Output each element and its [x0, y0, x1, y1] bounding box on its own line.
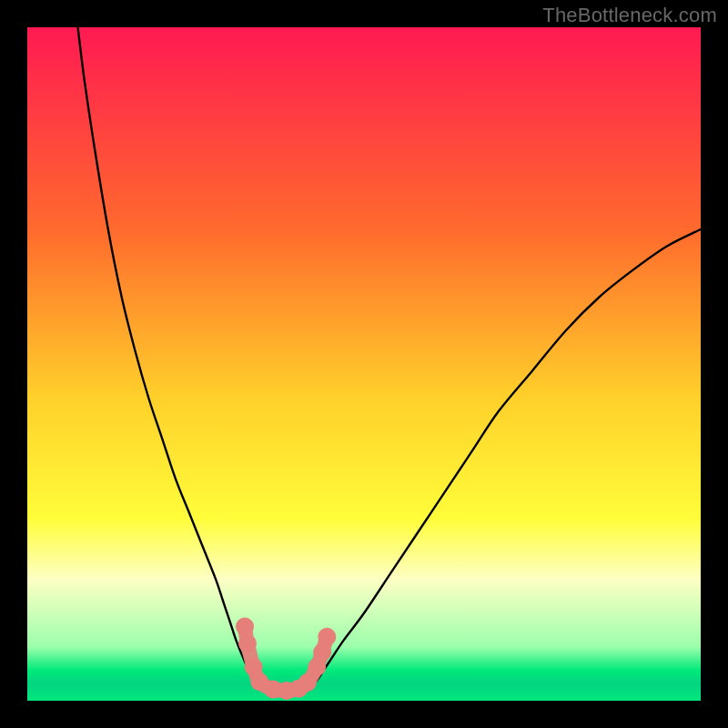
marker-point	[236, 618, 254, 636]
plot-area	[27, 27, 701, 701]
marker-point	[318, 628, 336, 646]
gradient-background	[27, 27, 701, 701]
marker-point	[313, 643, 331, 662]
marker-point	[298, 673, 317, 692]
chart-frame: TheBottleneck.com	[0, 0, 728, 728]
watermark-text: TheBottleneck.com	[542, 4, 717, 27]
chart-svg	[27, 27, 701, 701]
marker-point	[238, 634, 257, 652]
